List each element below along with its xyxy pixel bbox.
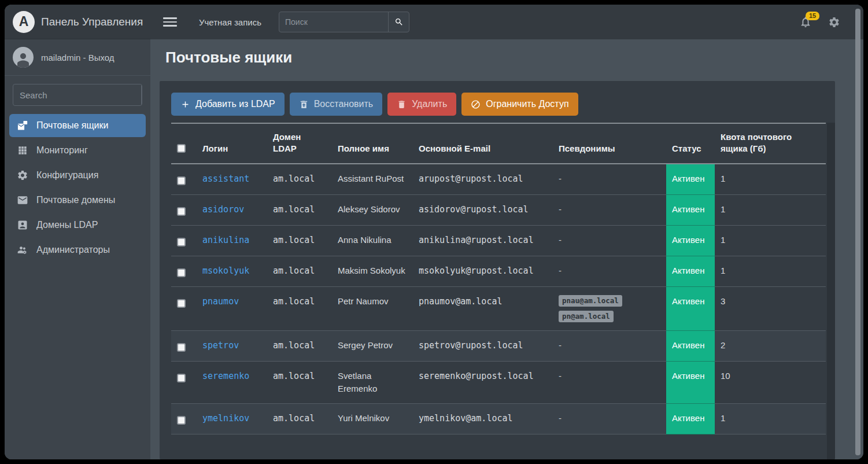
status-badge: Активен: [672, 204, 704, 214]
full-name-cell: Assistant RuPost: [332, 164, 413, 195]
checkbox-cell: [171, 256, 197, 287]
administrators-icon: [17, 244, 28, 256]
button-label: Восстановить: [314, 99, 373, 109]
main-area: Учетная запись 15 Почтовые ящики: [150, 5, 863, 459]
full-name-cell: Petr Naumov: [332, 287, 413, 331]
checkbox-cell: [171, 164, 197, 195]
mailbox-login-link[interactable]: asidorov: [202, 204, 244, 215]
sidebar-item-label: Администраторы: [36, 245, 110, 255]
aliases-cell: -: [553, 195, 666, 226]
login-cell: spetrov: [197, 331, 267, 362]
table-row: asidorov am.local Aleksey Sidorov asidor…: [171, 195, 826, 226]
mailbox-login-link[interactable]: assistant: [202, 174, 249, 184]
button-label: Добавить из LDAP: [195, 99, 275, 109]
sidebar-item-ldap-domains[interactable]: Домены LDAP: [9, 213, 146, 237]
ldap-domain-cell: am.local: [267, 404, 332, 434]
settings-button[interactable]: [828, 16, 840, 28]
topbar-search-input[interactable]: [279, 12, 388, 32]
sidebar-item-administrators[interactable]: Администраторы: [9, 238, 146, 262]
topbar-search-button[interactable]: [388, 12, 409, 32]
no-aliases-dash: -: [559, 234, 562, 246]
restore-from-trash-icon: [299, 100, 309, 109]
email-cell: spetrov@rupost.local: [413, 331, 553, 362]
add-from-ldap-button[interactable]: Добавить из LDAP: [171, 93, 285, 116]
row-checkbox[interactable]: [177, 268, 186, 277]
row-checkbox[interactable]: [177, 238, 186, 246]
mailbox-login-link[interactable]: msokolyuk: [202, 266, 249, 276]
col-status: Статус: [666, 123, 715, 164]
full-name-cell: Svetlana Eremenko: [332, 362, 413, 404]
select-all-checkbox[interactable]: [177, 144, 186, 153]
full-name-cell: Yuri Melnikov: [332, 404, 413, 434]
aliases-cell: pnau@am.local pn@am.local: [553, 287, 666, 331]
gear-icon: [17, 170, 28, 181]
status-cell: Активен: [666, 287, 715, 331]
ldap-domain-cell: am.local: [267, 287, 332, 331]
mailbox-login-link[interactable]: spetrov: [202, 340, 239, 351]
row-checkbox[interactable]: [177, 176, 186, 185]
row-checkbox[interactable]: [177, 374, 186, 382]
restore-button[interactable]: Восстановить: [290, 93, 382, 116]
block-icon: [471, 100, 481, 109]
checkbox-cell: [171, 404, 197, 434]
notifications-count-badge: 15: [806, 12, 819, 20]
status-cell: Активен: [666, 362, 715, 404]
aliases-cell: -: [553, 256, 666, 287]
col-email: Основной E-mail: [413, 123, 553, 164]
row-checkbox[interactable]: [177, 343, 186, 352]
table-scrollbar[interactable]: [827, 123, 835, 459]
quota-cell: 1: [715, 195, 826, 226]
gear-icon: [828, 16, 840, 28]
row-checkbox[interactable]: [177, 207, 186, 216]
ldap-domain-cell: am.local: [267, 256, 332, 287]
aliases-cell: -: [553, 362, 666, 404]
contact-card-icon: [17, 219, 28, 231]
status-badge: Активен: [672, 174, 704, 183]
status-cell: Активен: [666, 256, 715, 287]
email-cell: msokolyuk@rupost.local: [413, 256, 553, 287]
sidebar-item-mail-domains[interactable]: Почтовые домены: [9, 189, 146, 212]
aliases-cell: -: [553, 226, 666, 256]
aliases-cell: -: [553, 164, 666, 195]
row-checkbox[interactable]: [177, 299, 186, 308]
page-title: Почтовые ящики: [165, 47, 863, 67]
sidebar-item-label: Домены LDAP: [36, 220, 98, 230]
status-badge: Активен: [672, 413, 704, 423]
mailbox-login-link[interactable]: ymelnikov: [202, 413, 249, 424]
status-cell: Активен: [666, 164, 715, 195]
monitoring-grid-icon: [17, 145, 28, 156]
checkbox-cell: [171, 331, 197, 362]
email-cell: asidorov@rupost.local: [413, 195, 553, 226]
col-aliases: Псевдонимы: [553, 123, 666, 164]
user-logout-link[interactable]: mailadmin - Выход: [5, 39, 150, 76]
email-cell: seremenko@rupost.local: [413, 362, 553, 404]
mailbox-login-link[interactable]: seremenko: [202, 371, 249, 381]
sidebar-item-monitoring[interactable]: Мониторинг: [9, 139, 146, 162]
sidebar-search-input[interactable]: [13, 84, 141, 105]
table-row: ymelnikov am.local Yuri Melnikov ymelnik…: [171, 404, 826, 434]
status-cell: Активен: [666, 404, 715, 434]
sidebar-item-configuration[interactable]: Конфигурация: [9, 164, 146, 187]
sidebar-item-label: Мониторинг: [36, 145, 88, 156]
delete-button[interactable]: Удалить: [387, 93, 456, 116]
sidebar-item-mailboxes[interactable]: Почтовые ящики: [9, 114, 146, 137]
user-avatar: [13, 47, 34, 68]
col-quota: Квота почтового ящика (Гб): [715, 123, 826, 164]
page-scrollbar[interactable]: [855, 9, 860, 455]
notifications-button[interactable]: 15: [799, 16, 812, 28]
hamburger-menu-icon[interactable]: [163, 16, 177, 28]
row-checkbox[interactable]: [177, 416, 186, 425]
ldap-domain-cell: am.local: [267, 331, 332, 362]
table-row: pnaumov am.local Petr Naumov pnaumov@am.…: [171, 287, 826, 331]
quota-cell: 3: [715, 287, 826, 331]
app-title: Панель Управления: [41, 16, 143, 28]
mailbox-login-link[interactable]: anikulina: [202, 235, 249, 245]
alias-badge: pnau@am.local: [559, 295, 622, 307]
sidebar-search-button[interactable]: [141, 84, 142, 105]
login-cell: ymelnikov: [197, 404, 267, 434]
ldap-domain-cell: am.local: [267, 226, 332, 256]
mailbox-login-link[interactable]: pnaumov: [202, 296, 239, 307]
restrict-access-button[interactable]: Ограничить Доступ: [461, 93, 578, 116]
ldap-domain-cell: am.local: [267, 362, 332, 404]
account-menu-item[interactable]: Учетная запись: [199, 17, 261, 27]
